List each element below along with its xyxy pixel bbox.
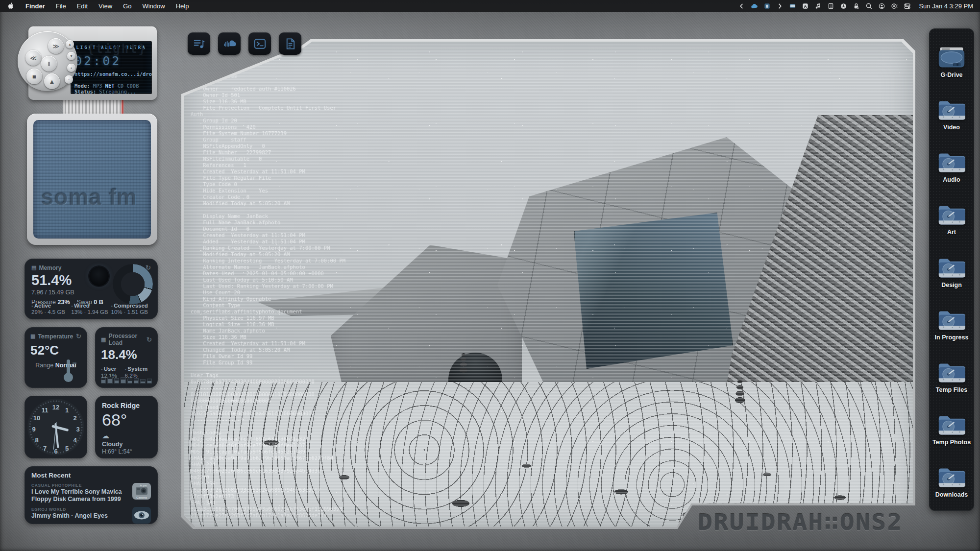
news-item[interactable]: CASUAL PHOTOPHILE I Love My Terrible Son… xyxy=(31,483,151,503)
desktop-icon-art[interactable]: Art xyxy=(929,203,974,236)
desktop-icon-g-drive[interactable]: G-Drive xyxy=(929,46,974,78)
volume-down-button[interactable]: ▾ xyxy=(67,52,75,60)
terminal-line: Hide Extension Yes xyxy=(191,188,563,194)
pause-button[interactable]: ‖ xyxy=(41,56,57,72)
apple-menu-icon[interactable] xyxy=(7,2,15,10)
player-watermark: {tight} xyxy=(87,42,147,56)
desktop-icon-design[interactable]: Design xyxy=(929,256,974,288)
menu-item[interactable]: Edit xyxy=(72,2,93,10)
terminal-app-button[interactable] xyxy=(248,32,271,55)
menu-item[interactable]: View xyxy=(94,2,117,10)
news-widget-title: Most Recent xyxy=(31,472,151,479)
terminal-line: User Tags xyxy=(191,372,563,379)
clock-numeral: 7 xyxy=(43,445,47,452)
terminal-line: 0x01010000000000000000000001000000000000 xyxy=(191,391,563,398)
menu-item[interactable]: Window xyxy=(137,2,170,10)
terminal-line: NSFileImmutable 0 xyxy=(191,156,563,162)
terminal-line: Physical Size 116.97 MB xyxy=(191,315,563,321)
refresh-icon[interactable]: ↻ xyxy=(147,336,152,343)
news-item[interactable]: EGROJ WORLD Jimmy Smith · Angel Eyes xyxy=(31,507,151,524)
terminal-line: Owner Id 501 xyxy=(191,92,563,98)
soma-fm-display: soma fm xyxy=(33,120,151,239)
terminal-line: 17c1f73a2e9373 xyxy=(191,493,563,500)
app-badge-icon[interactable] xyxy=(763,2,771,10)
player-title: {tight}LIGHT ALLOY ULTRA xyxy=(74,45,148,50)
weather-condition: Cloudy xyxy=(102,441,151,448)
account-icon[interactable] xyxy=(878,2,886,10)
logo-plate-text: DRUIDRAH∷ONS2 xyxy=(698,509,903,534)
player-mode-row: Mode:MP3NETCDCDDB xyxy=(74,83,148,89)
temperature-widget-title: Temperature xyxy=(38,333,73,340)
soma-fm-logo: soma fm xyxy=(41,184,137,210)
rewind-button[interactable]: ≪ xyxy=(25,50,41,66)
eject-button[interactable]: ▲ xyxy=(44,73,60,89)
clock-numeral: 8 xyxy=(35,436,38,444)
mode-cd: CD xyxy=(118,83,124,89)
desktop-icon-video[interactable]: Video xyxy=(929,98,974,131)
cpu-bar xyxy=(134,378,139,383)
clock-numeral: 10 xyxy=(33,414,40,422)
lock-icon[interactable] xyxy=(852,2,860,10)
desktop: FinderFileEditViewGoWindowHelp A Sun Jan… xyxy=(0,0,980,551)
news-headline: I Love My Terrible Sony Mavica Floppy Di… xyxy=(31,488,127,503)
stop-button[interactable]: ■ xyxy=(26,69,42,84)
chevron-left-icon[interactable] xyxy=(737,2,746,10)
desktop-icon-temp-files[interactable]: Temp Files xyxy=(929,361,974,393)
terminal-line: NSFileAppendOnly 0 xyxy=(191,143,563,149)
document-app-button[interactable] xyxy=(279,32,301,55)
menu-item[interactable]: File xyxy=(51,2,71,10)
info-button[interactable]: • xyxy=(67,64,75,72)
thumb-caption: Camera xyxy=(136,496,147,499)
terminal-line: Ranking Created Yesterday at 7:00:00 PM xyxy=(191,245,563,251)
volume-up-button[interactable]: ▴ xyxy=(66,40,74,48)
desktop-icon-in-progress[interactable]: In Progress xyxy=(929,309,974,341)
desktop-icon-temp-photos[interactable]: Temp Photos xyxy=(929,413,974,446)
clock-numeral: 9 xyxy=(32,426,35,433)
memory-widget: ▤Memory↻ 51.4% 7.96 / 15.49 GB Pressure … xyxy=(24,259,158,319)
notes-icon[interactable] xyxy=(827,2,835,10)
wallpaper-photo: File Attributes Owner redacted auth #110… xyxy=(184,42,913,527)
soundcloud-app-button[interactable] xyxy=(218,32,241,55)
player-stream-url: https://somafm.co...i/dronezone256.pls xyxy=(74,71,148,77)
terminal-line: Owner redacted auth #110026 xyxy=(191,86,563,92)
folder-icon xyxy=(937,309,966,332)
terminal-line: Full Name JanBack.afphoto xyxy=(191,219,563,226)
terminal-line: File Number 22799827 xyxy=(191,149,563,156)
desktop-icon-downloads[interactable]: Downloads xyxy=(929,466,974,498)
fast-forward-button[interactable]: ≫ xyxy=(48,38,64,54)
chevron-right-icon[interactable] xyxy=(776,2,784,10)
terminal-line: Use Count 20 xyxy=(191,289,563,296)
menu-item[interactable]: Go xyxy=(118,2,136,10)
mute-button[interactable]: ◦ xyxy=(65,75,73,84)
menu-item[interactable]: Finder xyxy=(21,2,50,10)
menubar-clock[interactable]: Sun Jan 4 3:29 PM xyxy=(919,2,973,10)
refresh-icon[interactable]: ↻ xyxy=(76,333,81,340)
cpu-load-percent: 18.4% xyxy=(101,347,152,362)
search-icon[interactable] xyxy=(865,2,873,10)
display-icon[interactable] xyxy=(788,2,797,10)
terminal-line: File Attributes xyxy=(191,73,563,79)
weather-temperature: 68° xyxy=(102,410,151,430)
control-center-icon[interactable] xyxy=(903,2,911,10)
screen-record-icon[interactable] xyxy=(890,2,899,10)
terminal-line: Created Yesterday at 11:51:04 PM xyxy=(191,168,563,175)
text-app-icon[interactable]: A xyxy=(801,2,809,10)
menu-item[interactable]: Help xyxy=(171,2,194,10)
memory-donut-chart xyxy=(113,264,153,304)
folder-icon xyxy=(937,203,966,226)
cloud-icon[interactable] xyxy=(750,2,759,10)
terminal-line: com.seriflabs.affinityphoto.document xyxy=(191,309,563,315)
terminal-line: References 1 xyxy=(191,162,563,168)
main-display-panel: File Attributes Owner redacted auth #110… xyxy=(181,39,915,529)
weather-widget: Rock Ridge 68° ☁ Cloudy H:69° L:54° xyxy=(95,396,158,458)
music-note-icon[interactable] xyxy=(814,2,822,10)
terminal-line: 046917fd6b2326d86ce69c61639e43792464b14d… xyxy=(191,468,563,474)
app-dock xyxy=(188,32,301,55)
terminal-line: Auth xyxy=(191,111,563,118)
desktop-icon-audio[interactable]: Audio xyxy=(929,151,974,183)
menu-bar: FinderFileEditViewGoWindowHelp A Sun Jan… xyxy=(0,0,980,12)
menubar-status-area: A Sun Jan 4 3:29 PM xyxy=(737,2,980,10)
music-playlist-app-button[interactable] xyxy=(188,32,210,55)
terminal-line: Kind Affinity Openable xyxy=(191,296,563,302)
app-store-icon[interactable] xyxy=(839,2,848,10)
